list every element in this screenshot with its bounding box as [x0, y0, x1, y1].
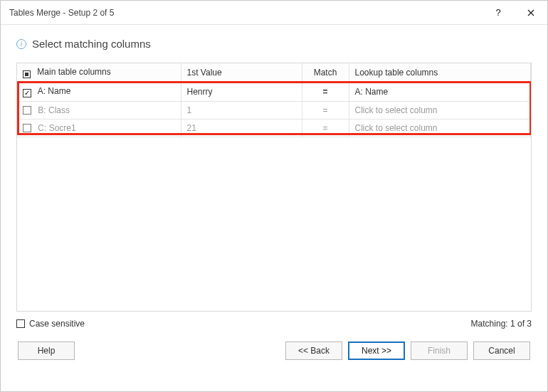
first-value-cell: 21	[181, 120, 302, 137]
header-lookup-columns[interactable]: Lookup table columns	[349, 63, 531, 83]
dialog-window: Tables Merge - Setup 2 of 5 ? i Select m…	[0, 0, 548, 392]
first-value-cell: Henrry	[181, 83, 302, 102]
back-button[interactable]: << Back	[285, 341, 342, 360]
header-first-value[interactable]: 1st Value	[181, 63, 302, 83]
header-main-label: Main table columns	[37, 67, 110, 77]
close-button[interactable]	[515, 1, 547, 24]
match-cell: =	[302, 120, 349, 137]
main-column-cell: A: Name	[38, 86, 71, 96]
columns-grid: Main table columns 1st Value Match Looku…	[16, 63, 532, 312]
matching-status: Matching: 1 of 3	[471, 319, 532, 329]
options-row: Case sensitive Matching: 1 of 3	[16, 319, 532, 329]
dialog-body: i Select matching columns Main table col…	[1, 25, 547, 391]
select-all-checkbox[interactable]	[23, 70, 31, 78]
columns-table: Main table columns 1st Value Match Looku…	[17, 63, 531, 137]
wizard-buttons: Help << Back Next >> Finish Cancel	[16, 341, 532, 364]
lookup-column-cell[interactable]: Click to select column	[349, 102, 531, 120]
match-cell: =	[302, 102, 349, 120]
row-checkbox[interactable]	[23, 106, 31, 115]
lookup-column-cell[interactable]: Click to select column	[349, 120, 531, 137]
heading-text: Select matching columns	[32, 38, 151, 50]
finish-button: Finish	[411, 341, 468, 360]
case-sensitive-label: Case sensitive	[29, 319, 85, 329]
table-row[interactable]: C: Socre1 21 = Click to select column	[17, 120, 531, 137]
table-header-row: Main table columns 1st Value Match Looku…	[17, 63, 531, 83]
cancel-button[interactable]: Cancel	[473, 341, 530, 360]
main-column-cell: B: Class	[38, 105, 70, 115]
help-icon: ?	[495, 7, 500, 18]
lookup-column-cell[interactable]: A: Name	[349, 83, 531, 102]
header-main-columns[interactable]: Main table columns	[17, 63, 181, 83]
next-button[interactable]: Next >>	[348, 341, 405, 360]
row-checkbox[interactable]	[23, 124, 31, 132]
help-button[interactable]: ?	[482, 1, 515, 24]
titlebar: Tables Merge - Setup 2 of 5 ?	[1, 1, 547, 25]
main-column-cell: C: Socre1	[38, 123, 75, 133]
first-value-cell: 1	[181, 102, 302, 120]
info-icon: i	[16, 39, 26, 49]
step-heading: i Select matching columns	[16, 38, 532, 50]
close-icon	[527, 9, 534, 16]
row-checkbox[interactable]	[23, 89, 31, 97]
match-cell: =	[302, 83, 349, 102]
window-title: Tables Merge - Setup 2 of 5	[9, 8, 482, 18]
help-button-footer[interactable]: Help	[18, 341, 75, 360]
header-match[interactable]: Match	[302, 63, 349, 83]
table-row[interactable]: B: Class 1 = Click to select column	[17, 102, 531, 120]
case-sensitive-checkbox[interactable]	[16, 319, 25, 328]
table-row[interactable]: A: Name Henrry = A: Name	[17, 83, 531, 102]
